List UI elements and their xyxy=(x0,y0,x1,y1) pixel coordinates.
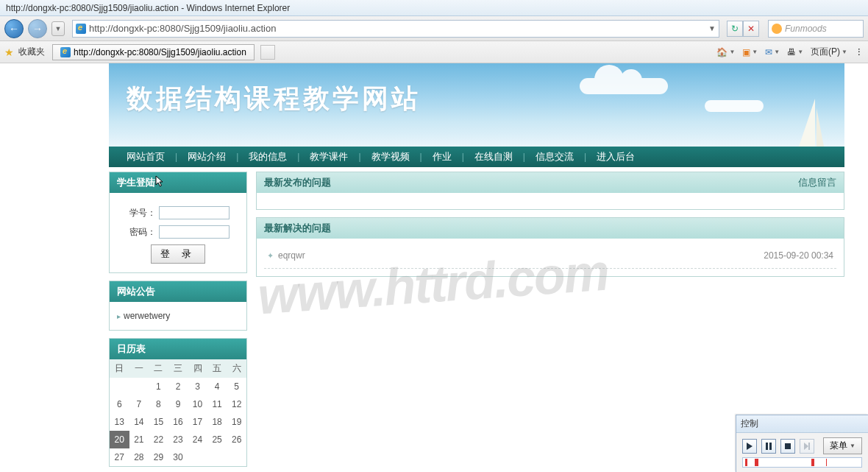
calendar-day[interactable]: 6 xyxy=(110,395,129,413)
bullet-icon: ✦ xyxy=(267,251,274,261)
pause-button[interactable] xyxy=(761,439,776,454)
calendar-header: 日历表 xyxy=(110,339,246,359)
calendar-day xyxy=(227,448,246,466)
calendar-day[interactable]: 16 xyxy=(168,413,188,431)
search-provider-icon xyxy=(772,24,782,34)
viewport: 数据结构课程教学网站 网站首页| 网站介绍| 我的信息| 教学课件| 教学视频|… xyxy=(0,63,868,472)
calendar-day xyxy=(110,378,129,395)
control-header: 控制 xyxy=(736,415,868,433)
solved-posts-panel: 最新解决的问题 ✦ eqrqwr 2015-09-20 00:34 xyxy=(256,217,844,277)
sidebar: 学生登陆 学号： 密码： 登 xyxy=(109,172,247,467)
back-button[interactable]: ← xyxy=(4,19,24,38)
stop-button[interactable]: ✕ xyxy=(743,21,759,37)
address-bar[interactable]: ▼ xyxy=(72,20,719,38)
rss-button[interactable]: ▣▼ xyxy=(742,47,758,57)
password-input[interactable] xyxy=(159,225,230,239)
new-tab-button[interactable] xyxy=(260,45,275,60)
forward-button[interactable]: → xyxy=(28,19,47,38)
menu-homework[interactable]: 作业 xyxy=(430,150,455,163)
calendar-day[interactable]: 10 xyxy=(188,395,207,413)
stop-media-button[interactable] xyxy=(780,439,795,454)
favorites-star-icon[interactable]: ★ xyxy=(4,46,14,58)
calendar-day[interactable]: 5 xyxy=(227,378,246,395)
calendar-day[interactable]: 26 xyxy=(227,431,246,448)
read-mail-button[interactable]: ✉▼ xyxy=(765,47,780,57)
control-panel: 控制 菜单▼ xyxy=(736,415,868,472)
calendar-day[interactable]: 9 xyxy=(168,395,188,413)
address-input[interactable] xyxy=(89,23,705,34)
calendar-day[interactable]: 28 xyxy=(129,448,149,466)
calendar-table: 日 一 二 三 四 五 六 12345 6789101112 131415161… xyxy=(110,359,246,466)
next-button[interactable] xyxy=(800,439,814,454)
site-banner: 数据结构课程教学网站 xyxy=(109,63,844,147)
window-titlebar: http://dongxk-pc:8080/Sjjg1509/jiaoliu.a… xyxy=(0,0,868,16)
calendar-day[interactable]: 4 xyxy=(207,378,227,395)
calendar-day[interactable]: 14 xyxy=(129,413,149,431)
menu-courseware[interactable]: 教学课件 xyxy=(307,150,351,163)
leave-message-link[interactable]: 信息留言 xyxy=(798,176,836,189)
calendar-day[interactable]: 13 xyxy=(110,413,129,431)
calendar-day[interactable]: 7 xyxy=(129,395,149,413)
calendar-day[interactable]: 12 xyxy=(227,395,246,413)
menu-home[interactable]: 网站首页 xyxy=(124,150,168,163)
calendar-day[interactable]: 19 xyxy=(227,413,246,431)
calendar-day[interactable]: 3 xyxy=(188,378,207,395)
svg-rect-1 xyxy=(769,443,772,450)
home-button[interactable]: 🏠▼ xyxy=(716,47,735,57)
timeline-bar[interactable] xyxy=(742,457,862,468)
calendar-day[interactable]: 30 xyxy=(168,448,188,466)
calendar-day[interactable]: 21 xyxy=(129,431,149,448)
calendar-day[interactable]: 20 xyxy=(110,431,129,448)
ie-icon xyxy=(60,47,71,57)
solved-time: 2015-09-20 00:34 xyxy=(764,250,833,261)
command-bar: ★ 收藏夹 http://dongxk-pc:8080/Sjjg1509/jia… xyxy=(0,41,868,63)
browser-tab[interactable]: http://dongxk-pc:8080/Sjjg1509/jiaoliu.a… xyxy=(52,44,255,60)
page-menu[interactable]: 页面(P) ▼ xyxy=(811,46,847,58)
calendar-day xyxy=(188,448,207,466)
search-box[interactable]: Funmoods xyxy=(768,20,864,38)
main-menu: 网站首页| 网站介绍| 我的信息| 教学课件| 教学视频| 作业| 在线自测| … xyxy=(109,147,844,167)
print-button[interactable]: 🖶▼ xyxy=(787,47,803,57)
calendar-day[interactable]: 18 xyxy=(207,413,227,431)
login-header: 学生登陆 xyxy=(110,172,246,193)
cloud-decoration xyxy=(705,100,764,112)
play-button[interactable] xyxy=(742,439,757,454)
calendar-day[interactable]: 29 xyxy=(149,448,168,466)
favorites-label[interactable]: 收藏夹 xyxy=(18,46,45,58)
address-dropdown[interactable]: ▼ xyxy=(708,24,716,32)
calendar-day[interactable]: 15 xyxy=(149,413,168,431)
menu-video[interactable]: 教学视频 xyxy=(369,150,413,163)
calendar-panel: 日历表 日 一 二 三 四 五 六 12 xyxy=(109,338,247,467)
notice-item[interactable]: werwetwery xyxy=(117,309,239,323)
calendar-day[interactable]: 24 xyxy=(188,431,207,448)
control-menu[interactable]: 菜单▼ xyxy=(823,437,862,454)
student-id-input[interactable] xyxy=(159,206,230,219)
browser-navbar: ← → ▼ ▼ ↻ ✕ Funmoods xyxy=(0,16,868,41)
window-title: http://dongxk-pc:8080/Sjjg1509/jiaoliu.a… xyxy=(6,3,290,13)
calendar-day[interactable]: 22 xyxy=(149,431,168,448)
menu-admin[interactable]: 进入后台 xyxy=(594,150,638,163)
sailboat-decoration xyxy=(817,108,824,147)
calendar-day[interactable]: 17 xyxy=(188,413,207,431)
menu-exchange[interactable]: 信息交流 xyxy=(533,150,577,163)
more-menu[interactable]: ︙ xyxy=(855,47,864,57)
calendar-day[interactable]: 11 xyxy=(207,395,227,413)
svg-rect-2 xyxy=(785,443,791,449)
latest-posts-body xyxy=(257,193,844,209)
menu-myinfo[interactable]: 我的信息 xyxy=(246,150,290,163)
menu-intro[interactable]: 网站介绍 xyxy=(185,150,229,163)
calendar-day[interactable]: 25 xyxy=(207,431,227,448)
calendar-day[interactable]: 2 xyxy=(168,378,188,395)
calendar-day[interactable]: 23 xyxy=(168,431,188,448)
refresh-button[interactable]: ↻ xyxy=(727,21,743,37)
login-button[interactable]: 登 录 xyxy=(151,244,205,264)
recent-dropdown[interactable]: ▼ xyxy=(51,21,65,36)
calendar-day[interactable]: 8 xyxy=(149,395,168,413)
solved-item[interactable]: ✦ eqrqwr 2015-09-20 00:34 xyxy=(264,246,836,269)
menu-selftest[interactable]: 在线自测 xyxy=(472,150,516,163)
search-placeholder: Funmoods xyxy=(785,24,827,34)
sailboat-decoration xyxy=(799,99,815,147)
calendar-day[interactable]: 1 xyxy=(149,378,168,395)
calendar-day[interactable]: 27 xyxy=(110,448,129,466)
cloud-decoration xyxy=(580,78,668,94)
